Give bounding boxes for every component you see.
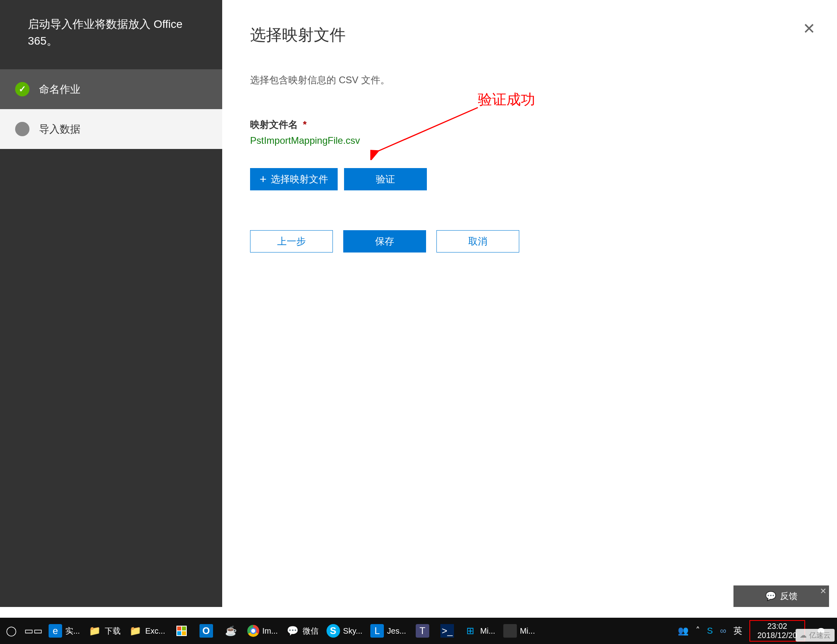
button-label: 上一步	[277, 235, 306, 248]
ime-indicator[interactable]: 英	[733, 625, 742, 637]
tray-skype-icon[interactable]: S	[707, 626, 713, 636]
taskbar-app-edge[interactable]: e 实...	[45, 618, 84, 644]
watermark-text: 亿速云	[809, 630, 831, 640]
taskbar-label: 下载	[105, 626, 121, 636]
wizard-nav-row: 上一步 保存 取消	[250, 230, 809, 253]
clock-date: 2018/12/20	[757, 631, 797, 640]
taskbar-label: Jes...	[387, 626, 406, 636]
tray-app-icon[interactable]: ∞	[720, 626, 726, 636]
app-root: 启动导入作业将数据放入 Office 365。 命名作业 导入数据 ✕ 选择映射…	[0, 0, 837, 644]
skype-icon: S	[327, 624, 340, 638]
taskbar-label: 实...	[65, 626, 80, 636]
taskbar-app-wechat[interactable]: 💬 微信	[282, 618, 323, 644]
required-asterisk: *	[303, 119, 307, 130]
outlook-icon: O	[199, 624, 213, 638]
selected-file-name: PstImportMappingFile.csv	[250, 135, 809, 146]
close-icon[interactable]: ✕	[803, 20, 815, 37]
taskbar-app-servermgr[interactable]: Mi...	[499, 618, 539, 644]
taskbar-label: 微信	[303, 626, 319, 636]
powershell-icon: >_	[440, 624, 454, 638]
clock-time: 23:02	[757, 622, 797, 631]
button-label: 取消	[468, 235, 487, 248]
watermark: ☁ 亿速云	[796, 629, 835, 642]
plus-icon: +	[260, 172, 267, 186]
feedback-button[interactable]: 💬 反馈 ✕	[733, 585, 829, 607]
taskbar-app-terminal[interactable]: ⊞ Mi...	[460, 618, 499, 644]
button-label: 选择映射文件	[271, 173, 328, 186]
java-icon: ☕	[224, 624, 238, 638]
taskbar-app-java[interactable]: ☕	[219, 618, 243, 644]
teams-icon: T	[416, 624, 429, 638]
chat-icon: 💬	[765, 591, 776, 601]
taskbar-label: Sky...	[343, 626, 363, 636]
wizard-step-import-data[interactable]: 导入数据	[0, 109, 222, 149]
taskbar-app-outlook[interactable]: O	[194, 618, 219, 644]
field-label-text: 映射文件名	[250, 119, 298, 130]
taskbar-label: Mi...	[520, 626, 535, 636]
folder-icon: 📁	[129, 624, 142, 638]
taskbar-label: Mi...	[480, 626, 495, 636]
taskbar-clock[interactable]: 23:02 2018/12/20	[754, 622, 800, 640]
taskview-button[interactable]: ▭▭	[22, 618, 45, 644]
taskbar-app-powershell[interactable]: >_	[435, 618, 460, 644]
windows-icon: ⊞	[463, 624, 477, 638]
select-mapping-file-button[interactable]: + 选择映射文件	[250, 168, 338, 190]
taskbar-app-downloads[interactable]: 📁 下载	[84, 618, 125, 644]
validate-button[interactable]: 验证	[344, 168, 427, 190]
people-icon[interactable]: 👥	[678, 626, 688, 636]
taskview-icon: ▭▭	[27, 624, 40, 638]
taskbar-app-chrome[interactable]: Im...	[243, 618, 282, 644]
wizard-step-label: 导入数据	[39, 122, 80, 136]
mapping-file-field: 映射文件名 * PstImportMappingFile.csv	[250, 118, 809, 146]
taskbar-left: ◯ ▭▭ e 实... 📁 下载 📁 Exc... O	[0, 618, 674, 644]
close-feedback-icon[interactable]: ✕	[820, 586, 827, 596]
instruction-text: 选择包含映射信息的 CSV 文件。	[250, 74, 809, 86]
lync-icon: L	[370, 624, 384, 638]
button-label: 验证	[376, 173, 395, 186]
cloud-icon: ☁	[800, 631, 807, 640]
taskbar-app-store[interactable]	[169, 618, 194, 644]
save-button[interactable]: 保存	[343, 230, 426, 253]
ms-store-icon	[176, 626, 187, 636]
check-circle-icon	[15, 82, 29, 96]
taskbar-app-skype[interactable]: S Sky...	[323, 618, 367, 644]
button-label: 保存	[375, 235, 394, 248]
back-button[interactable]: 上一步	[250, 230, 333, 253]
wechat-icon: 💬	[286, 624, 299, 638]
folder-icon: 📁	[88, 624, 102, 638]
taskbar-label: Im...	[262, 626, 278, 636]
wizard-step-label: 命名作业	[39, 82, 80, 96]
cortana-icon: ◯	[4, 624, 18, 638]
taskbar-app-lync[interactable]: L Jes...	[366, 618, 410, 644]
annotation-label: 验证成功	[478, 90, 535, 110]
edge-icon: e	[49, 624, 62, 638]
chrome-icon	[247, 625, 259, 637]
taskbar-label: Exc...	[145, 626, 165, 636]
feedback-label: 反馈	[780, 590, 798, 602]
file-action-row: + 选择映射文件 验证	[250, 168, 809, 190]
wizard-title: 启动导入作业将数据放入 Office 365。	[0, 0, 222, 69]
pending-circle-icon	[15, 122, 29, 136]
taskbar-app-teams[interactable]: T	[410, 618, 435, 644]
cancel-button[interactable]: 取消	[436, 230, 519, 253]
wizard-step-name-job[interactable]: 命名作业	[0, 69, 222, 109]
server-manager-icon	[503, 624, 517, 638]
tray-chevron-icon[interactable]: ˄	[696, 626, 700, 636]
wizard-sidebar: 启动导入作业将数据放入 Office 365。 命名作业 导入数据	[0, 0, 222, 607]
taskbar-app-excel-folder[interactable]: 📁 Exc...	[125, 618, 169, 644]
windows-taskbar: ◯ ▭▭ e 实... 📁 下载 📁 Exc... O	[0, 618, 837, 644]
page-title: 选择映射文件	[250, 24, 809, 46]
cortana-button[interactable]: ◯	[0, 618, 22, 644]
